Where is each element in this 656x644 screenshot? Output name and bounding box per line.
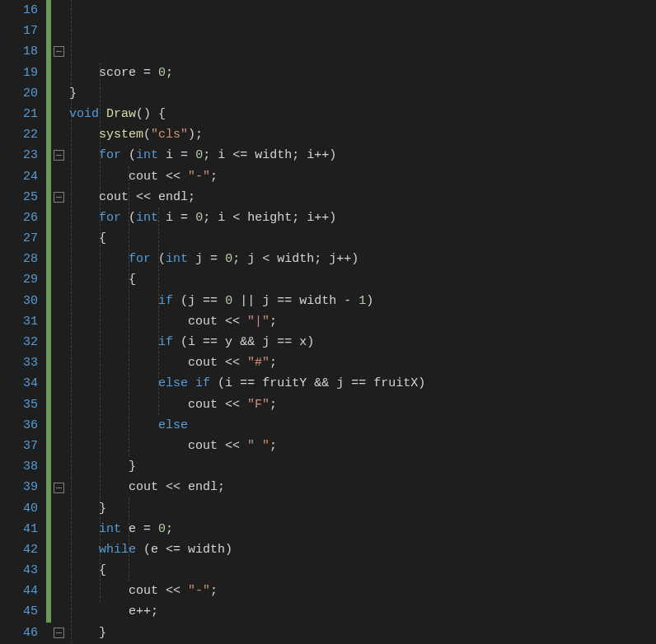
token-fn: Draw [106,107,136,121]
code-line[interactable]: } [69,456,656,477]
code-line[interactable]: e++; [69,601,656,622]
token-op: = [210,252,218,266]
token-pn: ; [166,522,173,536]
token-kw: for [129,252,151,266]
code-line[interactable]: cout << "|"; [69,311,656,332]
token-op: = [143,66,151,80]
fold-toggle-icon[interactable] [54,192,64,203]
token-id [188,211,195,225]
code-line[interactable]: system("cls"); [69,124,656,145]
code-line[interactable]: if (i == y && j == x) [69,332,656,352]
token-id: width [292,294,344,308]
line-number: 17 [0,21,38,41]
token-kw: if [158,335,173,349]
token-pn: ) [307,335,314,349]
code-line[interactable]: else [69,415,656,436]
code-line[interactable]: { [69,269,656,290]
fold-toggle-icon[interactable] [54,628,64,638]
token-id: i [225,376,240,390]
token-id: endl [151,190,188,204]
token-pn: ; [151,604,158,618]
token-num: 0 [195,211,203,225]
line-number: 20 [0,83,38,104]
token-id [69,376,158,390]
token-pn: ) [329,148,336,162]
code-line[interactable]: for (int i = 0; i < height; i++) [69,208,656,228]
fold-toggle-icon[interactable] [54,150,64,161]
token-pn: ; [269,439,277,453]
token-pn: { [99,563,106,577]
token-id: width [269,252,314,266]
line-number: 35 [0,394,38,415]
token-id: i [218,148,232,162]
token-id [69,563,99,577]
token-op: ++ [336,252,351,266]
token-id [69,128,99,142]
code-line[interactable]: cout << "#"; [69,352,656,373]
token-num: 0 [158,66,166,80]
code-line[interactable]: } [69,498,656,519]
code-line[interactable]: else if (i == fruitY && j == fruitX) [69,373,656,394]
token-op: << [166,480,180,494]
code-line[interactable]: if (j == 0 || j == width - 1) [69,291,656,311]
token-id: i [307,211,314,225]
token-id: x [292,335,307,349]
token-op: << [225,315,240,329]
token-id [180,584,188,598]
code-line[interactable]: cout << "-"; [69,581,656,601]
line-number: 28 [0,249,38,269]
code-line[interactable]: score = 0; [69,63,656,83]
token-id [69,335,158,349]
token-kw: for [99,148,121,162]
code-line[interactable]: int e = 0; [69,519,656,539]
code-line[interactable]: void Draw() { [69,104,656,124]
token-op: <= [166,543,180,557]
token-kw: if [158,294,173,308]
token-id [218,252,225,266]
token-id: height [240,211,292,225]
token-str: "F" [247,398,269,412]
token-pn: ( [158,252,166,266]
token-pn: ) [418,376,425,390]
code-line[interactable]: } [69,623,656,643]
code-line[interactable]: { [69,560,656,581]
code-line[interactable]: while (e <= width) [69,539,656,560]
token-pn: ; [188,190,195,204]
token-id: width [180,543,225,557]
code-line[interactable]: cout << endl; [69,477,656,497]
code-line[interactable]: cout << " "; [69,436,656,456]
code-line[interactable]: { [69,228,656,249]
code-line[interactable]: for (int i = 0; i <= width; i++) [69,145,656,166]
token-kw: if [195,376,210,390]
code-line[interactable]: for (int j = 0; j < width; j++) [69,249,656,269]
token-kw: int [136,148,158,162]
code-editor[interactable]: 1617181920212223242526272829303132333435… [0,0,656,644]
token-pn: ; [269,315,277,329]
token-id [210,376,218,390]
fold-toggle-icon[interactable] [54,483,64,493]
token-kw: else [158,376,188,390]
token-op: = [180,211,188,225]
line-number: 42 [0,539,38,560]
code-line[interactable]: cout << "F"; [69,394,656,415]
token-pn: ( [129,148,136,162]
line-number: 44 [0,581,38,601]
code-line[interactable]: cout << endl; [69,187,656,208]
token-id [151,522,158,536]
token-id [69,543,99,557]
line-number: 45 [0,601,38,622]
token-str: "-" [188,170,210,184]
token-id: cout [69,398,225,412]
line-number: 37 [0,436,38,456]
line-number: 36 [0,415,38,436]
code-line[interactable]: cout << "-"; [69,166,656,187]
token-id [188,376,195,390]
token-id [173,294,180,308]
token-id: j [255,335,277,349]
token-pn: ( [180,335,188,349]
code-area[interactable]: score = 0;}void Draw() { system("cls"); … [68,0,656,644]
token-id: e [69,604,136,618]
code-line[interactable]: } [69,83,656,104]
fold-toggle-icon[interactable] [54,46,64,57]
line-number: 38 [0,456,38,477]
